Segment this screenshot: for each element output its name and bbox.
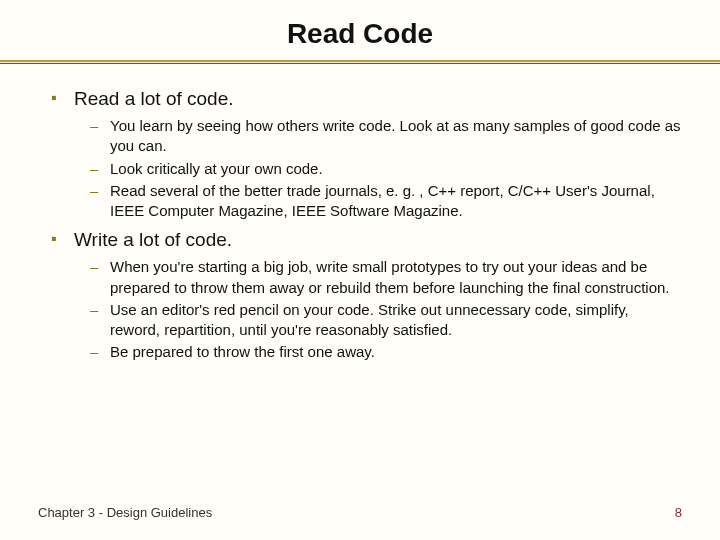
sub-item: Read several of the better trade journal… bbox=[90, 181, 682, 222]
sub-item: Look critically at your own code. bbox=[90, 159, 682, 179]
sub-item: You learn by seeing how others write cod… bbox=[90, 116, 682, 157]
sub-item: Use an editor's red pencil on your code.… bbox=[90, 300, 682, 341]
bullet-heading: Write a lot of code. bbox=[74, 229, 682, 251]
sub-item: Be prepared to throw the first one away. bbox=[90, 342, 682, 362]
bullet-heading: Read a lot of code. bbox=[74, 88, 682, 110]
slide: Read Code Read a lot of code. You learn … bbox=[0, 0, 720, 540]
list-item: Read a lot of code. You learn by seeing … bbox=[46, 88, 682, 221]
slide-title: Read Code bbox=[38, 18, 682, 50]
bullet-list: Read a lot of code. You learn by seeing … bbox=[38, 88, 682, 363]
sub-list: You learn by seeing how others write cod… bbox=[74, 116, 682, 221]
list-item: Write a lot of code. When you're startin… bbox=[46, 229, 682, 362]
sub-item: When you're starting a big job, write sm… bbox=[90, 257, 682, 298]
page-number: 8 bbox=[675, 505, 682, 520]
title-divider bbox=[0, 60, 720, 66]
footer-left: Chapter 3 - Design Guidelines bbox=[38, 505, 212, 520]
slide-footer: Chapter 3 - Design Guidelines 8 bbox=[38, 505, 682, 520]
sub-list: When you're starting a big job, write sm… bbox=[74, 257, 682, 362]
